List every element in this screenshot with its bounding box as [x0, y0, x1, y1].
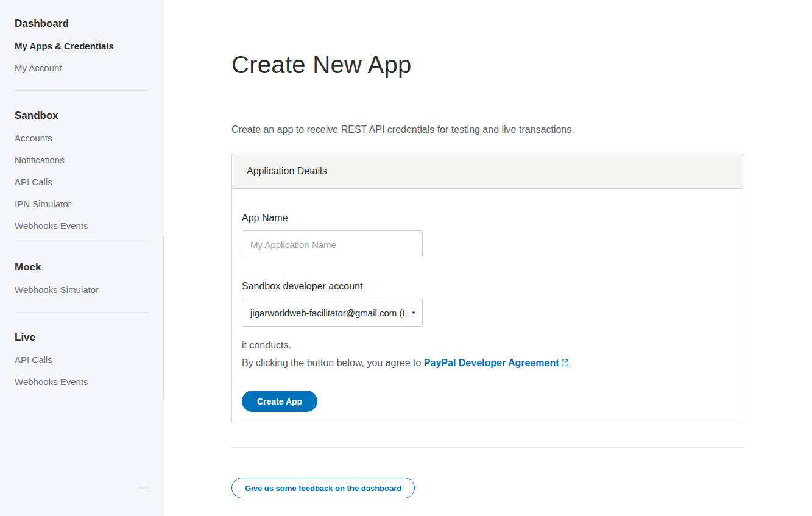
feedback-button[interactable]: Give us some feedback on the dashboard — [231, 478, 415, 498]
panel-header: Application Details — [232, 154, 744, 189]
sidebar-item-live-webhooks-events[interactable]: Webhooks Events — [15, 376, 149, 388]
sidebar-item-live-api-calls[interactable]: API Calls — [15, 354, 149, 366]
intro-text: Create an app to receive REST API creden… — [231, 124, 744, 135]
main-content: Create New App Create an app to receive … — [164, 0, 812, 516]
decorative-dash — [137, 487, 150, 489]
sidebar-item-my-apps-credentials[interactable]: My Apps & Credentials — [15, 40, 149, 52]
sidebar-header-dashboard[interactable]: Dashboard — [15, 17, 149, 30]
external-link-icon — [561, 355, 569, 372]
create-app-button[interactable]: Create App — [242, 391, 317, 412]
sandbox-account-label: Sandbox developer account — [242, 280, 729, 292]
agreement-prefix: By clicking the button below, you agree … — [242, 358, 424, 368]
sidebar-divider — [15, 312, 149, 313]
sidebar-item-mock-webhooks-simulator[interactable]: Webhooks Simulator — [15, 284, 149, 296]
agreement-suffix: . — [569, 358, 571, 368]
panel-body: App Name Sandbox developer account jigar… — [232, 189, 744, 422]
sidebar-item-my-account[interactable]: My Account — [15, 62, 149, 74]
content-divider — [231, 447, 744, 448]
sidebar-divider — [15, 242, 149, 242]
app-name-input[interactable] — [242, 230, 423, 258]
agreement-line: By clicking the button below, you agree … — [242, 354, 729, 372]
sidebar-item-sandbox-notifications[interactable]: Notifications — [15, 154, 149, 166]
sidebar-item-sandbox-webhooks-events[interactable]: Webhooks Events — [15, 220, 149, 232]
sidebar-header-live: Live — [15, 331, 149, 344]
sidebar-header-sandbox: Sandbox — [15, 109, 149, 122]
application-details-panel: Application Details App Name Sandbox dev… — [231, 154, 744, 422]
conducts-text: it conducts. — [242, 336, 729, 354]
developer-agreement-link[interactable]: PayPal Developer Agreement — [424, 358, 559, 368]
sidebar-item-sandbox-ipn-simulator[interactable]: IPN Simulator — [15, 198, 149, 210]
agreement-text-block: it conducts. By clicking the button belo… — [242, 336, 729, 372]
page-title: Create New App — [231, 52, 744, 77]
sandbox-account-select-wrap: jigarworldweb-facilitator@gmail.com (IN … — [242, 299, 423, 327]
sidebar-item-sandbox-api-calls[interactable]: API Calls — [15, 176, 149, 188]
sidebar-header-mock: Mock — [15, 261, 149, 274]
sidebar-nav: Dashboard My Apps & Credentials My Accou… — [0, 0, 164, 516]
sidebar-divider — [15, 90, 149, 91]
app-name-label: App Name — [242, 212, 729, 224]
sidebar-item-sandbox-accounts[interactable]: Accounts — [15, 132, 149, 144]
sandbox-account-select[interactable]: jigarworldweb-facilitator@gmail.com (IN — [242, 299, 423, 327]
